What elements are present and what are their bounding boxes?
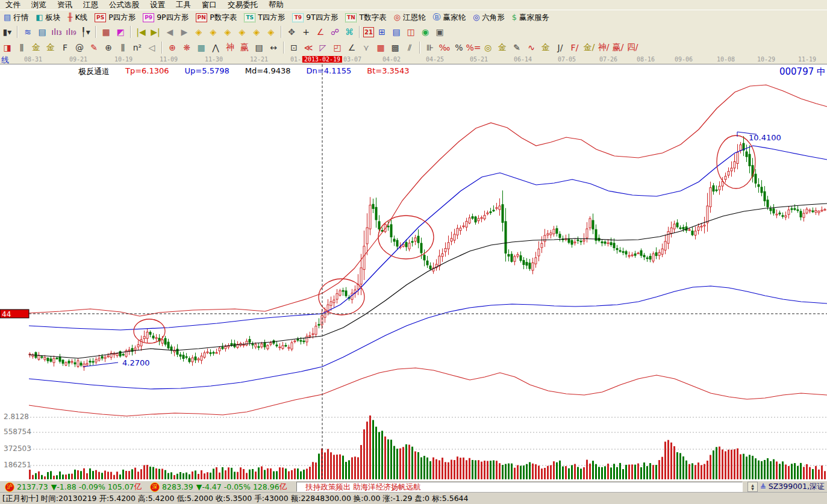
shen-ruler-icon[interactable]: 神 bbox=[223, 42, 237, 54]
layout-icon[interactable]: ▦ bbox=[99, 26, 113, 39]
ruler123-icon[interactable]: ▤ bbox=[252, 42, 266, 54]
si-angle-icon[interactable]: 四/ bbox=[626, 42, 639, 54]
spiral-icon[interactable]: @ bbox=[73, 42, 86, 54]
trend-chart-icon[interactable]: ≋ bbox=[21, 26, 34, 39]
width-arrows-icon[interactable]: ↔ bbox=[267, 42, 280, 54]
k-mark-icon[interactable]: ⋀ bbox=[209, 42, 222, 54]
save-icon[interactable]: ◫ bbox=[404, 26, 417, 39]
first-page-icon[interactable]: |◀ bbox=[134, 26, 148, 39]
winner-service-button[interactable]: $赢家服务 bbox=[508, 11, 553, 24]
gold-ruler1-icon[interactable]: 金 bbox=[30, 42, 43, 54]
fan-lines-icon[interactable]: ≪ bbox=[302, 42, 315, 54]
star-web-icon[interactable]: ❋ bbox=[180, 42, 193, 54]
zoom-diamond-2[interactable]: ◈ bbox=[207, 26, 220, 39]
ying-angle-icon[interactable]: 赢/ bbox=[611, 42, 625, 54]
gold-angle-icon[interactable]: 金 bbox=[539, 42, 552, 54]
calculator-icon[interactable]: ⊞ bbox=[375, 26, 389, 39]
percent-line-icon[interactable]: %= bbox=[467, 42, 480, 54]
box-ruler-icon[interactable]: ⊡ bbox=[287, 42, 301, 54]
spinner-down-icon[interactable]: ▼ bbox=[751, 487, 754, 491]
kline-button[interactable]: ╫K线 bbox=[64, 11, 92, 24]
hand-tool-icon[interactable]: ✥ bbox=[285, 26, 298, 39]
menu-item-2[interactable]: 浏览 bbox=[26, 0, 52, 11]
p-number-button[interactable]: PNP数字表 bbox=[192, 11, 240, 24]
menu-item-7[interactable]: 工具 bbox=[170, 0, 196, 11]
angle-lines-icon[interactable]: ∠ bbox=[345, 42, 358, 54]
t-number-button[interactable]: TNT数字表 bbox=[342, 11, 390, 24]
gann-shape-icon[interactable]: ☍ bbox=[328, 26, 342, 39]
menu-item-5[interactable]: 公式选股 bbox=[104, 0, 145, 11]
gann-wheel-button[interactable]: ◎江恩轮 bbox=[390, 11, 429, 24]
menu-item-3[interactable]: 资讯 bbox=[52, 0, 78, 11]
gold-circle-icon[interactable]: ◎ bbox=[481, 42, 495, 54]
angle-tool-icon[interactable]: ∠ bbox=[314, 26, 327, 39]
pencil-tool-icon[interactable]: ✎ bbox=[510, 42, 523, 54]
wave-ruler-icon[interactable]: ∿ bbox=[525, 42, 538, 54]
zoom-diamond-3[interactable]: ◈ bbox=[221, 26, 234, 39]
n2-ruler-icon[interactable]: n² bbox=[131, 42, 144, 54]
ying-ruler-icon[interactable]: 赢 bbox=[238, 42, 251, 54]
percent-icon[interactable]: % bbox=[452, 42, 466, 54]
percent7-icon[interactable]: ‰ bbox=[438, 42, 451, 54]
p9-square-button[interactable]: P99P四方形 bbox=[139, 11, 192, 24]
zoom-diamond-4[interactable]: ◈ bbox=[236, 26, 249, 39]
f-angle-icon[interactable]: F/ bbox=[568, 42, 581, 54]
circle-target-icon[interactable]: ⊕ bbox=[166, 42, 179, 54]
chart-style-dropdown[interactable]: ▮▾ bbox=[1, 26, 14, 39]
hexagon-button[interactable]: ◎六角形 bbox=[469, 11, 508, 24]
menu-item-10[interactable]: 帮助 bbox=[263, 0, 289, 11]
prev-icon[interactable]: ◀ bbox=[163, 26, 176, 39]
winner-wheel-button[interactable]: Ⓑ赢家轮 bbox=[429, 11, 469, 24]
t9-square-button[interactable]: T99T四方形 bbox=[289, 11, 342, 24]
kline-chart-canvas[interactable]: 4410.41004.2700 bbox=[0, 64, 827, 481]
quotes-button[interactable]: ▤行情 bbox=[0, 11, 32, 24]
gann-line-icon[interactable]: ⫼ bbox=[15, 42, 28, 54]
sectors-button[interactable]: ◧板块 bbox=[32, 11, 64, 24]
menu-item-8[interactable]: 窗口 bbox=[196, 0, 222, 11]
zoom-diamond-5[interactable]: ◈ bbox=[250, 26, 263, 39]
shen-angle-icon[interactable]: 神/ bbox=[597, 42, 610, 54]
next-icon[interactable]: ▶ bbox=[178, 26, 191, 39]
flag-tool-icon[interactable]: ◁ bbox=[145, 42, 158, 54]
gold-angle2-icon[interactable]: 金/ bbox=[582, 42, 596, 54]
status-spinner[interactable]: ▲ ▼ bbox=[747, 482, 758, 492]
fibonacci-ruler-icon[interactable]: F bbox=[58, 42, 72, 54]
menu-item-1[interactable]: 文件 bbox=[0, 0, 26, 11]
brush-icon[interactable]: ✎ bbox=[87, 42, 101, 54]
parallel-lines-icon[interactable]: ⫽ bbox=[403, 42, 416, 54]
grid2-icon[interactable]: ▩ bbox=[389, 42, 402, 54]
zoom-diamond-6[interactable]: ◈ bbox=[264, 26, 278, 39]
bars3-icon[interactable]: ılı₃ bbox=[50, 26, 63, 39]
gann-circle-icon[interactable]: ⊕ bbox=[102, 42, 115, 54]
menu-item-6[interactable]: 设置 bbox=[145, 0, 170, 11]
notes-icon[interactable]: ▤ bbox=[390, 26, 403, 39]
v-lines-icon[interactable]: ⋎ bbox=[360, 42, 373, 54]
menu-item-4[interactable]: 江恩 bbox=[78, 0, 104, 11]
p-square-button[interactable]: PSP四方形 bbox=[91, 11, 139, 24]
zoom-diamond-1[interactable]: ◈ bbox=[192, 26, 205, 39]
grid1-icon[interactable]: ▦ bbox=[374, 42, 387, 54]
j-angle-icon[interactable]: J/ bbox=[554, 42, 567, 54]
ruler-icon[interactable]: ⫼ bbox=[116, 42, 130, 54]
last-page-icon[interactable]: ▶| bbox=[149, 26, 162, 39]
gold-ruler2-icon[interactable]: 金 bbox=[44, 42, 57, 54]
menu-item-9[interactable]: 交易委托 bbox=[222, 0, 263, 11]
histogram-icon[interactable]: ◩ bbox=[114, 26, 127, 39]
p-number-button-label: P数字表 bbox=[210, 13, 237, 23]
draw-select-icon[interactable]: ◨ bbox=[1, 42, 14, 54]
browser-icon[interactable]: ◉ bbox=[419, 26, 432, 39]
web-grid-icon[interactable]: ▦ bbox=[195, 42, 208, 54]
e-ruler-icon[interactable]: ⊪ bbox=[423, 42, 437, 54]
pattern-icon[interactable]: ⌘ bbox=[343, 26, 356, 39]
gold-line-icon[interactable]: 金 bbox=[496, 42, 509, 54]
fan-box-icon[interactable]: ◸ bbox=[316, 42, 329, 54]
bars9-icon[interactable]: ılı₉ bbox=[64, 26, 78, 39]
t-square-button[interactable]: TST四方形 bbox=[240, 11, 289, 24]
clipboard-icon[interactable]: ▤ bbox=[36, 26, 49, 39]
printer-icon[interactable]: ▣ bbox=[433, 26, 446, 39]
fan-grid-icon[interactable]: ◰ bbox=[331, 42, 344, 54]
chart-area[interactable]: 4410.41004.2700 极反通道 Tp=6.1306 Up=5.5798… bbox=[0, 64, 827, 481]
crosshair-tool-icon[interactable]: + bbox=[299, 26, 313, 39]
candle-type-dropdown[interactable]: ╿▾ bbox=[79, 26, 92, 39]
calendar-icon[interactable]: 21 bbox=[363, 27, 374, 37]
